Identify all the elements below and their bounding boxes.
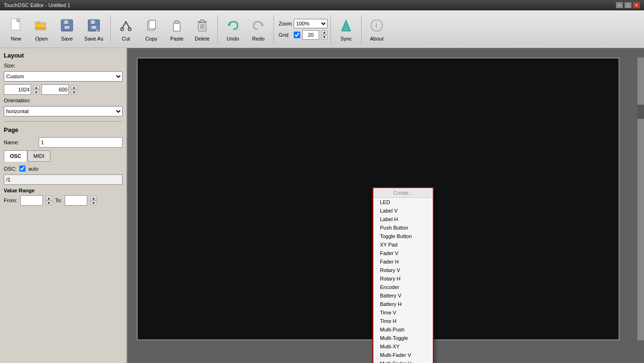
osc-midi-tabs: OSC MIDI xyxy=(4,150,123,162)
menu-item-time-h[interactable]: Time H xyxy=(373,317,433,325)
save-label: Save xyxy=(61,36,73,41)
about-button[interactable]: i About xyxy=(364,13,389,45)
osc-path-row xyxy=(4,174,123,185)
to-spinner[interactable]: ▲ ▼ xyxy=(90,196,97,205)
menu-item-fader-h[interactable]: Fader H xyxy=(373,257,433,266)
menu-item-multi-fader-v[interactable]: Multi-Fader V xyxy=(373,351,433,359)
menu-item-multi-toggle[interactable]: Multi-Toggle xyxy=(373,334,433,342)
menu-item-led[interactable]: LED xyxy=(373,198,433,206)
paste-button[interactable]: Paste xyxy=(165,13,189,45)
new-button[interactable]: New xyxy=(4,13,28,45)
copy-icon xyxy=(143,17,160,34)
orientation-label: Orientation: xyxy=(4,98,37,103)
width-spin-up[interactable]: ▲ xyxy=(33,85,40,90)
width-spinner[interactable]: ▲ ▼ xyxy=(33,85,40,94)
cut-button[interactable]: Cut xyxy=(114,13,138,45)
sync-label: Sync xyxy=(340,36,352,41)
redo-button[interactable]: Redo xyxy=(246,13,271,45)
about-icon: i xyxy=(368,17,385,34)
titlebar-left: TouchOSC Editor - Untitled 1 xyxy=(4,2,70,8)
to-spin-up[interactable]: ▲ xyxy=(90,196,97,200)
osc-path-input[interactable] xyxy=(4,174,123,185)
from-input[interactable] xyxy=(20,195,43,206)
about-label: About xyxy=(370,36,384,41)
width-input[interactable] xyxy=(4,84,31,95)
menu-item-time-v[interactable]: Time V xyxy=(373,308,433,317)
height-spinner[interactable]: ▲ ▼ xyxy=(71,85,77,94)
grid-row: Grid ▲ ▼ xyxy=(279,30,328,40)
zoom-select[interactable]: 100% 75% 50% 150% 200% xyxy=(294,19,328,28)
menu-item-label-h[interactable]: Label H xyxy=(373,215,433,223)
titlebar: TouchOSC Editor - Untitled 1 ─ □ ✕ xyxy=(0,0,644,10)
sync-button[interactable]: Sync xyxy=(334,13,358,45)
menu-item-multi-push[interactable]: Multi-Push xyxy=(373,325,433,334)
redo-label: Redo xyxy=(252,36,264,41)
menu-item-label-v[interactable]: Label V xyxy=(373,206,433,215)
minimize-button[interactable]: ─ xyxy=(616,2,623,8)
zoom-row: Zoom 100% 75% 50% 150% 200% xyxy=(279,19,328,28)
redo-icon xyxy=(250,17,267,34)
tab-midi[interactable]: MIDI xyxy=(27,150,50,162)
size-preset-select[interactable]: Custom iPhone iPad iPad Retina xyxy=(4,71,123,82)
to-input[interactable] xyxy=(65,195,87,206)
menu-item-multi-fader-h[interactable]: Multi-Fader H xyxy=(373,359,433,363)
size-preset-row: Custom iPhone iPad iPad Retina xyxy=(4,71,123,82)
open-button[interactable]: Open xyxy=(29,13,54,45)
scrollbar-thumb[interactable] xyxy=(637,105,644,119)
menu-item-battery-v[interactable]: Battery V xyxy=(373,291,433,300)
tab-osc[interactable]: OSC xyxy=(4,150,27,162)
menu-item-encoder[interactable]: Encoder xyxy=(373,283,433,291)
main-area: Layout Size: Custom iPhone iPad iPad Ret… xyxy=(0,48,644,363)
height-input[interactable] xyxy=(41,84,69,95)
menu-item-rotary-v[interactable]: Rotary V xyxy=(373,266,433,274)
height-spin-down[interactable]: ▼ xyxy=(71,90,77,94)
page-name-label: Name: xyxy=(4,140,37,145)
undo-button[interactable]: Undo xyxy=(221,13,245,45)
separator-1 xyxy=(110,15,111,43)
page-section-title: Page xyxy=(4,126,123,133)
delete-button[interactable]: Delete xyxy=(190,13,215,45)
osc-auto-checkbox[interactable] xyxy=(19,165,25,172)
close-button[interactable]: ✕ xyxy=(633,2,640,8)
context-menu: Create... LED Label V Label H Push Butto… xyxy=(372,187,434,363)
grid-spin-down[interactable]: ▼ xyxy=(321,35,328,40)
svg-rect-20 xyxy=(149,20,156,29)
save-icon xyxy=(58,17,75,34)
vertical-scrollbar[interactable] xyxy=(637,58,644,340)
to-spin-down[interactable]: ▼ xyxy=(90,200,97,205)
menu-item-fader-v[interactable]: Fader V xyxy=(373,249,433,257)
page-name-input[interactable] xyxy=(39,137,123,148)
from-label: From: xyxy=(4,198,17,203)
menu-item-xy-pad[interactable]: XY Pad xyxy=(373,240,433,249)
grid-label: Grid xyxy=(279,32,292,38)
from-spin-up[interactable]: ▲ xyxy=(46,196,52,200)
value-range-label: Value Range xyxy=(4,188,123,193)
menu-item-toggle-button[interactable]: Toggle Button xyxy=(373,232,433,240)
left-panel: Layout Size: Custom iPhone iPad iPad Ret… xyxy=(0,48,127,363)
to-label: To: xyxy=(55,198,62,203)
menu-item-push-button[interactable]: Push Button xyxy=(373,223,433,232)
undo-icon xyxy=(224,17,241,34)
save-button[interactable]: Save xyxy=(55,13,79,45)
from-spinner[interactable]: ▲ ▼ xyxy=(46,196,52,205)
from-spin-down[interactable]: ▼ xyxy=(46,200,52,205)
sync-icon xyxy=(338,17,355,34)
save-as-button[interactable]: + Save As xyxy=(80,13,107,45)
grid-input[interactable] xyxy=(302,30,319,40)
grid-spin-up[interactable]: ▲ xyxy=(321,30,328,35)
titlebar-controls: ─ □ ✕ xyxy=(616,2,640,8)
height-spin-up[interactable]: ▲ xyxy=(71,85,77,90)
menu-item-rotary-h[interactable]: Rotary H xyxy=(373,274,433,283)
grid-spinner[interactable]: ▲ ▼ xyxy=(321,30,328,40)
width-spin-down[interactable]: ▼ xyxy=(33,90,40,94)
maximize-button[interactable]: □ xyxy=(624,2,632,8)
canvas-area[interactable]: Create... LED Label V Label H Push Butto… xyxy=(127,48,644,363)
menu-item-battery-h[interactable]: Battery H xyxy=(373,300,433,308)
cut-icon xyxy=(117,17,134,34)
menu-item-multi-xy[interactable]: Multi-XY xyxy=(373,342,433,351)
toolbar: New Open Save xyxy=(0,10,644,48)
orientation-select[interactable]: horizontal vertical xyxy=(4,106,123,116)
copy-button[interactable]: Copy xyxy=(139,13,164,45)
grid-checkbox[interactable] xyxy=(294,32,300,38)
svg-rect-13 xyxy=(92,21,94,24)
